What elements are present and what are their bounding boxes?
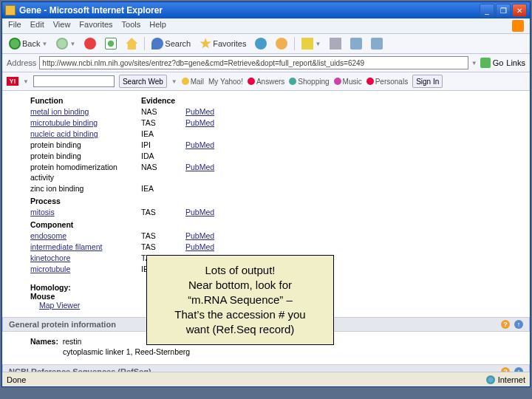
refresh-button[interactable] — [103, 36, 119, 51]
status-bar: Done Internet — [2, 372, 530, 386]
go-evidence: TAS — [141, 242, 185, 252]
titlebar: Gene - Microsoft Internet Explorer _ ❐ ✕ — [2, 2, 530, 18]
go-term[interactable]: microtubule binding — [30, 117, 141, 128]
go-evidence: TAS — [141, 117, 185, 128]
zone-indicator: Internet — [486, 375, 525, 384]
address-bar: Address ▼ Go Links — [2, 54, 530, 72]
go-evidence: TAS — [141, 207, 185, 217]
pubmed-link — [185, 151, 522, 161]
search-icon — [151, 38, 163, 50]
menu-help[interactable]: Help — [149, 20, 166, 32]
yahoo-signin[interactable]: Sign In — [412, 75, 443, 88]
forward-button[interactable]: ▼ — [54, 36, 78, 51]
band-refseq: NCBI Reference Sequences (RefSeq) ?↑ — [2, 364, 530, 372]
go-button[interactable]: Go — [480, 58, 504, 68]
forward-icon — [56, 38, 68, 50]
yahoo-music[interactable]: Music — [334, 78, 362, 86]
go-evidence: IEA — [141, 183, 185, 194]
history-button[interactable] — [273, 36, 290, 51]
print-button[interactable] — [327, 36, 344, 51]
go-evidence: TAS — [141, 231, 185, 241]
pubmed-link[interactable]: PubMed — [185, 207, 522, 217]
edit-button[interactable] — [348, 36, 364, 51]
discuss-button[interactable] — [369, 36, 385, 51]
yahoo-toolbar: Y!▼ Search Web▼ Mail My Yahoo! Answers S… — [2, 72, 530, 91]
go-term[interactable]: metal ion binding — [30, 106, 141, 117]
go-term: protein binding — [30, 151, 141, 161]
links-label[interactable]: Links — [506, 58, 525, 67]
yahoo-mail[interactable]: Mail — [182, 78, 204, 86]
page-content: FunctionEvidencemetal ion bindingNASPubM… — [2, 91, 530, 372]
annotation-callout: Lots of output! Near bottom, look for “m… — [146, 255, 334, 345]
yahoo-answers[interactable]: Answers — [248, 78, 284, 86]
pubmed-link[interactable]: PubMed — [185, 231, 522, 241]
pubmed-link — [185, 129, 522, 139]
msn-icon[interactable] — [512, 20, 524, 32]
go-evidence: IPI — [141, 140, 185, 150]
yahoo-personals[interactable]: Personals — [366, 78, 408, 86]
mail-button[interactable]: ▼ — [299, 36, 323, 51]
menu-edit[interactable]: Edit — [30, 20, 44, 32]
address-label: Address — [7, 58, 36, 67]
history-icon — [276, 38, 287, 50]
map-viewer-link[interactable]: Map Viewer — [39, 301, 80, 310]
go-term[interactable]: mitosis — [30, 207, 141, 217]
go-evidence: NAS — [141, 106, 185, 117]
info-icon[interactable]: ↑ — [514, 367, 523, 372]
maximize-button[interactable]: ❐ — [496, 4, 511, 17]
yahoo-my[interactable]: My Yahoo! — [208, 78, 243, 86]
go-evidence: IDA — [141, 151, 185, 161]
menu-favorites[interactable]: Favorites — [79, 20, 112, 32]
help-icon[interactable]: ? — [501, 320, 510, 329]
pubmed-link — [185, 95, 522, 106]
mail-icon — [301, 38, 313, 50]
search-button[interactable]: Search — [149, 36, 193, 51]
media-button[interactable] — [253, 36, 269, 51]
go-term: zinc ion binding — [30, 183, 141, 194]
go-evidence: NAS — [141, 162, 185, 183]
go-term[interactable]: endosome — [30, 231, 141, 241]
pubmed-link[interactable]: PubMed — [185, 106, 522, 117]
window-title: Gene - Microsoft Internet Explorer — [19, 5, 480, 16]
menu-file[interactable]: File — [8, 20, 21, 32]
discuss-icon — [371, 38, 383, 50]
favorites-button[interactable]: Favorites — [197, 36, 248, 51]
status-text: Done — [7, 375, 486, 384]
minimize-button[interactable]: _ — [480, 4, 494, 17]
pubmed-link[interactable]: PubMed — [185, 117, 522, 128]
app-icon — [5, 5, 16, 16]
home-button[interactable] — [123, 36, 140, 51]
menu-view[interactable]: View — [53, 20, 71, 32]
help-icon[interactable]: ? — [501, 367, 510, 372]
back-icon — [9, 38, 21, 50]
homology-label: Homology: — [30, 283, 71, 292]
home-icon — [126, 38, 137, 50]
back-button[interactable]: Back▼ — [7, 36, 50, 51]
address-dropdown[interactable]: ▼ — [471, 60, 477, 66]
refresh-icon — [105, 38, 117, 50]
go-evidence: Evidence — [141, 95, 185, 106]
menu-tools[interactable]: Tools — [122, 20, 141, 32]
go-term: protein homodimerization activity — [30, 162, 141, 183]
pubmed-link[interactable]: PubMed — [185, 242, 522, 252]
address-input[interactable] — [39, 56, 468, 69]
toolbar: Back▼ ▼ Search Favorites ▼ — [2, 34, 530, 54]
go-term[interactable]: nucleic acid binding — [30, 129, 141, 139]
pubmed-link[interactable]: PubMed — [185, 162, 522, 183]
yahoo-icon[interactable]: Y! — [7, 77, 18, 86]
go-term[interactable]: microtubule — [30, 264, 141, 274]
go-term: Function — [30, 95, 141, 106]
close-button[interactable]: ✕ — [512, 4, 527, 17]
go-term[interactable]: kinetochore — [30, 253, 141, 263]
info-icon[interactable]: ↑ — [514, 320, 523, 329]
print-icon — [330, 38, 341, 50]
yahoo-search-input[interactable] — [33, 75, 115, 87]
menubar: File Edit View Favorites Tools Help — [2, 18, 530, 34]
yahoo-search-button[interactable]: Search Web — [119, 75, 167, 88]
go-term[interactable]: intermediate filament — [30, 242, 141, 252]
yahoo-shopping[interactable]: Shopping — [289, 78, 329, 86]
pubmed-link[interactable]: PubMed — [185, 140, 522, 150]
stop-icon — [84, 38, 96, 50]
stop-button[interactable] — [82, 36, 98, 51]
homology-mouse: Mouse — [30, 292, 55, 301]
